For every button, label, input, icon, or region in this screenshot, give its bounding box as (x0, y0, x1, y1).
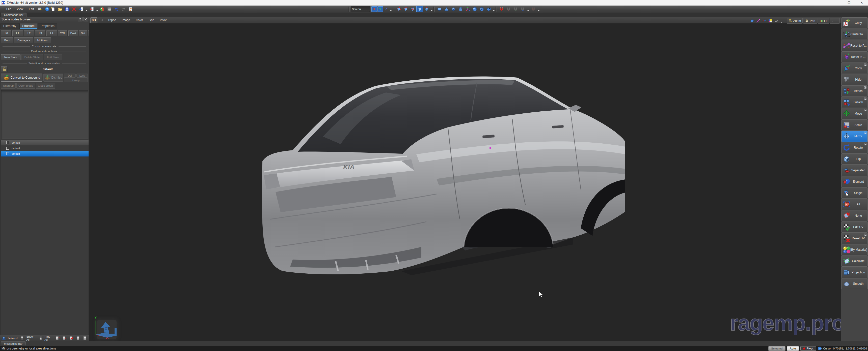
shading-mode-button[interactable] (749, 18, 755, 24)
node-checkbox[interactable] (6, 152, 9, 155)
snap-pivot-button[interactable] (530, 6, 536, 12)
overflow-arrow[interactable] (492, 6, 495, 12)
toolbar-grip[interactable] (348, 6, 349, 11)
view-mode-button[interactable]: 3D (90, 17, 97, 23)
viewport-menu-image[interactable]: Image (119, 19, 133, 22)
primitive-plane-button[interactable] (436, 6, 442, 12)
collapse-arrow-icon[interactable] (100, 19, 102, 21)
select-faces-button[interactable] (409, 6, 416, 12)
close-button[interactable]: ✕ (856, 0, 868, 5)
open-group-button[interactable]: Open group (17, 83, 35, 89)
edit-state-button[interactable]: Edit State (44, 54, 62, 60)
lod-button-l0[interactable]: L0 (1, 30, 11, 36)
snap-check-icon[interactable] (818, 347, 822, 351)
single-button[interactable]: Single (841, 187, 868, 199)
del-state-button[interactable]: Del (64, 74, 76, 78)
export-button[interactable] (88, 6, 95, 12)
states-listbox[interactable] (1, 90, 88, 139)
texture-browser-button[interactable] (106, 6, 113, 12)
primitive-sphere-button[interactable] (471, 6, 478, 12)
scale-button[interactable]: Scale (841, 119, 868, 131)
lod-button-l3[interactable]: L3 (35, 30, 46, 36)
axis-constraint-z[interactable]: Z (383, 6, 389, 12)
element-button[interactable]: Element (841, 176, 868, 187)
dropdown-arrow-icon[interactable] (526, 6, 529, 12)
lod-button-dirt[interactable]: Dirt (79, 30, 87, 36)
detach-button[interactable]: Detach (841, 97, 868, 108)
dropdown-arrow-icon[interactable] (85, 6, 88, 12)
new-state-button[interactable]: New State (1, 54, 21, 60)
node-checkbox[interactable] (6, 147, 9, 150)
snap-vertices-button[interactable] (505, 6, 512, 12)
dropdown-arrow-icon[interactable] (780, 17, 783, 24)
primitive-cube-button[interactable] (450, 6, 457, 12)
wireframe-mode-button[interactable] (755, 18, 761, 24)
primitive-cylinder-button[interactable] (457, 6, 464, 12)
flat-mode-button[interactable] (774, 18, 779, 24)
all-button[interactable]: All (841, 199, 868, 210)
new-file-button[interactable] (50, 6, 56, 12)
node-row-0[interactable]: default (1, 140, 89, 145)
axis-constraint-y[interactable]: Y (377, 6, 383, 12)
toolbar-grip[interactable] (434, 6, 435, 11)
textured-mode-button[interactable] (768, 18, 773, 24)
fx-button-burn[interactable]: Burn (1, 37, 13, 43)
group-button[interactable]: Group (64, 78, 88, 82)
snap-magnet-button[interactable] (498, 6, 505, 12)
pivot-mode-button[interactable]: Pivot (800, 346, 816, 351)
overflow-arrow[interactable] (389, 6, 392, 12)
move-up-button[interactable] (55, 335, 61, 341)
copy-button[interactable]: Copy (841, 17, 868, 29)
convert-to-compound-button[interactable]: Convert to Compound (1, 74, 42, 82)
sync-button[interactable] (127, 6, 134, 12)
lod-button-col[interactable]: COL (58, 30, 68, 36)
messaging-bar-tab[interactable]: Messaging Bar (1, 342, 26, 346)
menu-edit[interactable]: Edit (26, 6, 37, 12)
calculate-button[interactable]: Calculate (841, 255, 868, 267)
coordinate-space-dropdown[interactable]: Screen (351, 6, 370, 12)
node-checkbox[interactable] (6, 141, 9, 144)
snap-faces-button[interactable] (519, 6, 526, 12)
undo-button[interactable] (113, 6, 120, 12)
import-button[interactable] (78, 6, 84, 12)
select-polygons-button[interactable] (416, 6, 423, 12)
revert-button[interactable] (68, 335, 74, 341)
restore-button[interactable]: ❐ (843, 0, 856, 5)
select-objects-button[interactable] (424, 6, 430, 12)
by-material-button[interactable]: [By Material] (841, 244, 868, 255)
item-details-button[interactable] (82, 335, 88, 341)
none-button[interactable]: None (841, 210, 868, 221)
show-all-button[interactable] (20, 335, 25, 341)
reset-to-button[interactable]: Reset to ... (841, 51, 868, 63)
primitive-cone-button[interactable] (443, 6, 450, 12)
copy-button[interactable]: Copy (841, 63, 868, 74)
viewport-menu-tripod[interactable]: Tripod (105, 19, 119, 22)
lock-state-button[interactable]: Lock (76, 74, 88, 78)
viewport-canvas[interactable]: KIA (89, 24, 841, 341)
select-edges-button[interactable] (402, 6, 409, 12)
isolated-button[interactable] (1, 335, 7, 341)
reset-to-p-button[interactable]: Reset to P... (841, 40, 868, 51)
auto-mode-button[interactable]: Auto (787, 346, 799, 351)
rotate-button[interactable]: Rotate (841, 142, 868, 153)
smooth-button[interactable]: Smooth (841, 278, 868, 289)
dismiss-compound-button[interactable]: Dismiss (43, 74, 63, 82)
minimize-button[interactable]: — (830, 0, 843, 5)
projection-button[interactable]: Projection (841, 267, 868, 278)
axis-constraint-x[interactable]: X (371, 6, 377, 12)
car-model[interactable]: KIA (260, 71, 626, 276)
add-item-button[interactable] (75, 335, 81, 341)
lod-button-dust[interactable]: Dust (68, 30, 78, 36)
menu-view[interactable]: View (14, 6, 26, 12)
toolbar-grip[interactable] (47, 6, 48, 11)
delete-state-button[interactable]: Delete State (21, 54, 43, 60)
viewport-menu-grid[interactable]: Grid (146, 19, 157, 22)
edit-uv-button[interactable]: Edit UV (841, 221, 868, 233)
lock-state-icon[interactable] (1, 66, 7, 72)
wizard-button[interactable] (37, 6, 43, 12)
primitive-pivot-button[interactable] (464, 6, 471, 12)
center-to-button[interactable]: Center to ... (841, 29, 868, 40)
tab-structure[interactable]: Structure (20, 23, 37, 29)
node-row-1[interactable]: default (1, 145, 89, 151)
attach-button[interactable]: Attach (841, 85, 868, 97)
